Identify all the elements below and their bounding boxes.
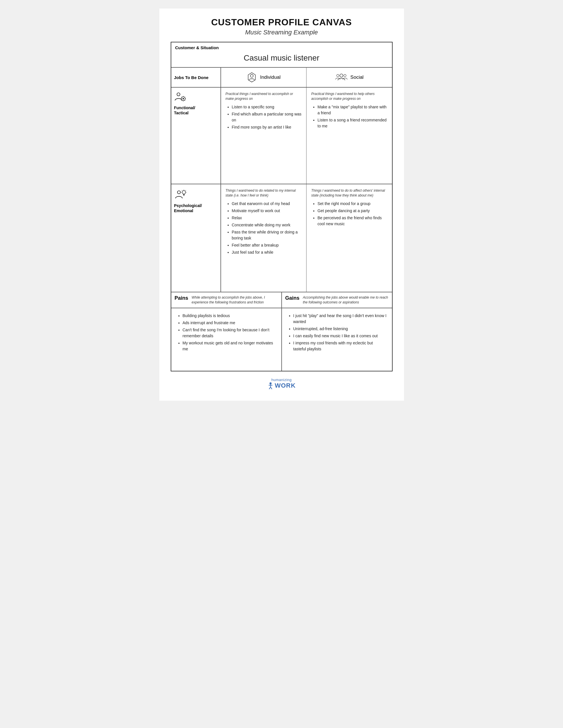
svg-point-3 (337, 75, 339, 77)
gains-label: Gains (286, 295, 300, 301)
svg-point-4 (344, 75, 346, 77)
list-item: Just feel sad for a while (232, 249, 302, 255)
pains-gains-content-row: Building playlists is tedious Ads interr… (171, 308, 392, 371)
list-item: Uninterrupted, ad-free listening (293, 326, 387, 332)
svg-line-13 (184, 100, 185, 100)
svg-line-12 (181, 97, 182, 98)
psychological-social-intro: Things I want/need to do to affect other… (311, 188, 388, 198)
pains-header-cell: Pains While attempting to accomplish the… (171, 292, 282, 308)
footer-bottom: WORK (267, 382, 296, 389)
psychological-social-list: Set the right mood for a group Get peopl… (311, 201, 388, 227)
list-item: Concentrate while doing my work (232, 222, 302, 228)
svg-line-29 (269, 387, 270, 389)
svg-point-7 (182, 98, 184, 99)
individual-header-cell: Individual (221, 68, 307, 87)
individual-label: Individual (260, 75, 280, 80)
svg-point-2 (340, 74, 343, 77)
list-item: I can easily find new music I like as it… (293, 333, 387, 339)
list-item: I impress my cool friends with my eclect… (293, 340, 387, 352)
psychological-individual-intro: Things I want/need to do related to my i… (225, 188, 302, 198)
gains-list: I just hit "play" and hear the song I di… (287, 313, 387, 352)
svg-line-30 (270, 387, 272, 389)
customer-row: Customer & Situation Casual music listen… (171, 42, 392, 68)
gains-content: I just hit "play" and hear the song I di… (282, 308, 392, 371)
functional-social-intro: Practical things I want/need to help oth… (311, 92, 388, 101)
main-title: CUSTOMER PROFILE CANVAS (171, 17, 393, 28)
gains-header-cell: Gains Accomplishing the jobs above would… (282, 292, 392, 308)
svg-line-23 (182, 190, 182, 191)
social-header-cell: Social (307, 68, 392, 87)
social-label: Social (351, 75, 364, 80)
functional-social-list: Make a "mix tape" playlist to share with… (311, 104, 388, 129)
pains-list: Building playlists is tedious Ads interr… (176, 313, 276, 352)
list-item: Find more songs by an artist I like (232, 124, 302, 130)
svg-point-16 (177, 191, 180, 194)
list-item: Be perceived as the friend who finds coo… (318, 215, 388, 227)
svg-point-1 (250, 75, 253, 77)
functional-row: Functional/ Tactical Practical things I … (171, 88, 392, 184)
customer-label: Customer & Situation (175, 45, 388, 50)
gains-description: Accomplishing the jobs above would enabl… (303, 295, 389, 305)
svg-line-15 (181, 100, 182, 100)
functional-social-content: Practical things I want/need to help oth… (307, 88, 392, 184)
canvas: Customer & Situation Casual music listen… (171, 42, 393, 371)
psychological-icon (174, 189, 187, 201)
svg-line-14 (184, 97, 185, 98)
list-item: Motivate myself to work out (232, 208, 302, 214)
list-item: Listen to a specific song (232, 104, 302, 110)
list-item: Get that earworm out of my head (232, 201, 302, 207)
list-item: My workout music gets old and no longer … (183, 340, 276, 352)
psychological-individual-content: Things I want/need to do related to my i… (221, 184, 307, 292)
customer-name: Casual music listener (175, 50, 388, 65)
pains-description: While attempting to accomplish the jobs … (192, 295, 278, 305)
jobs-label-cell: Jobs To Be Done (171, 68, 221, 87)
list-item: I just hit "play" and hear the song I di… (293, 313, 387, 325)
list-item: Listen to a song a friend recommended to… (318, 117, 388, 129)
list-item: Can't find the song I'm looking for beca… (183, 327, 276, 339)
list-item: Get people dancing at a party (318, 208, 388, 214)
psychological-social-content: Things I want/need to do to affect other… (307, 184, 392, 292)
jobs-label: Jobs To Be Done (174, 75, 208, 80)
svg-point-17 (182, 191, 185, 194)
psychological-individual-list: Get that earworm out of my head Motivate… (225, 201, 302, 255)
jobs-header-row: Jobs To Be Done Individual (171, 68, 392, 88)
pains-gains-header: Pains While attempting to accomplish the… (171, 292, 392, 308)
footer: humanizing WORK (171, 378, 393, 389)
svg-point-26 (269, 382, 271, 384)
list-item: Feel better after a breakup (232, 242, 302, 248)
footer-figure-icon (267, 382, 274, 389)
list-item: Pass the time while driving or doing a b… (232, 229, 302, 241)
psychological-row: Psychological/ Emotional Things I want/n… (171, 184, 392, 292)
svg-point-5 (177, 93, 180, 96)
page-wrapper: CUSTOMER PROFILE CANVAS Music Streaming … (159, 9, 404, 401)
list-item: Ads interrupt and frustrate me (183, 320, 276, 326)
functional-individual-list: Listen to a specific song Find which alb… (225, 104, 302, 130)
individual-icon (246, 72, 257, 83)
footer-bottom-text: WORK (275, 382, 296, 389)
psychological-label-cell: Psychological/ Emotional (171, 184, 221, 292)
subtitle: Music Streaming Example (171, 29, 393, 36)
functional-label-cell: Functional/ Tactical (171, 88, 221, 184)
list-item: Make a "mix tape" playlist to share with… (318, 104, 388, 116)
functional-individual-content: Practical things I want/need to accompli… (221, 88, 307, 184)
functional-label: Functional/ Tactical (174, 105, 195, 115)
list-item: Set the right mood for a group (318, 201, 388, 207)
psychological-label: Psychological/ Emotional (174, 203, 202, 213)
pains-content: Building playlists is tedious Ads interr… (171, 308, 282, 371)
functional-icon (174, 92, 187, 104)
list-item: Find which album a particular song was o… (232, 111, 302, 123)
footer-top-text: humanizing (271, 378, 292, 382)
list-item: Building playlists is tedious (183, 313, 276, 319)
functional-individual-intro: Practical things I want/need to accompli… (225, 92, 302, 101)
list-item: Relax (232, 215, 302, 221)
svg-line-22 (185, 190, 186, 191)
social-icon (335, 71, 348, 84)
pains-label: Pains (175, 295, 188, 301)
